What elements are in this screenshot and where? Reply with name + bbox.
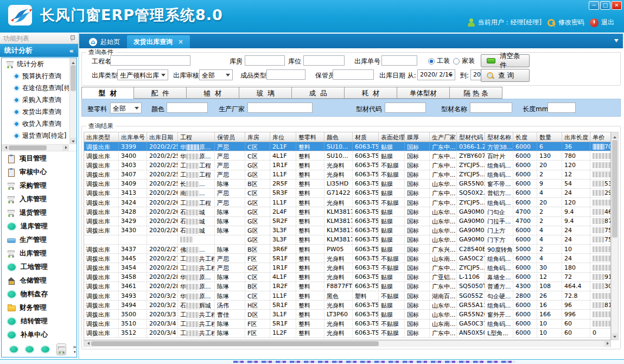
profile-name-input[interactable] (470, 103, 512, 113)
column-header[interactable]: 保管员 (215, 132, 245, 142)
table-vertical-scrollbar[interactable] (611, 132, 619, 340)
material-tab[interactable]: 配 件 (134, 87, 187, 99)
change-password-button[interactable]: 修改密码 (547, 18, 584, 27)
column-header[interactable]: 工程 (178, 132, 215, 142)
table-horizontal-scrollbar[interactable] (84, 340, 611, 347)
tab-close-icon[interactable]: × (178, 38, 183, 46)
table-row[interactable]: 调拨出库35122020/3/4工共工程陈琳F区1L2F整料光身料6063-T5… (84, 329, 610, 338)
minimize-button[interactable]: ─ (589, 1, 599, 10)
color-input[interactable] (167, 103, 208, 113)
tree-item[interactable]: 预算执行查询 (2, 70, 69, 82)
overflow-chevron[interactable]: » ▾ (73, 345, 77, 354)
column-header[interactable]: 出库类型 (84, 132, 119, 142)
sidebar-group-dot[interactable]: 退库管理 (2, 220, 77, 233)
maximize-button[interactable]: □ (600, 1, 610, 10)
column-header[interactable]: 颜色 (324, 132, 353, 142)
clear-conditions-button[interactable]: 清空条件 (481, 54, 530, 67)
collapse-icon[interactable]: « (69, 47, 74, 55)
group-dot-icon[interactable] (26, 346, 34, 353)
column-header[interactable]: 表面处理 (379, 132, 405, 142)
column-header[interactable]: 单价 (590, 132, 611, 142)
column-header[interactable]: 出库单号 (119, 132, 147, 142)
tree-root-statistics[interactable]: 统计分析 (2, 58, 69, 70)
table-row[interactable]: 调拨出库34032020/2/25工工程严思G区1R1F整料光身料6063-T5… (84, 161, 610, 170)
outbound-type-select[interactable]: 生产领料出库 (117, 69, 168, 80)
sidebar-group-cart[interactable]: 入库管理 (2, 193, 77, 206)
tab-home[interactable]: ⌂ 起始页 (82, 35, 126, 48)
tree-item[interactable]: 收货入库查询 (2, 118, 69, 130)
column-header[interactable]: 膜厚 (405, 132, 430, 142)
column-header[interactable]: 型材代码 (457, 132, 485, 142)
table-row[interactable]: 调拨出库34302020/2/26石城陈琳G区3L3F整料KLM38176063… (84, 226, 610, 235)
table-row[interactable]: 调拨出库34292020/2/26石城陈琳G区5R2F整料KLM38176063… (84, 217, 610, 226)
column-header[interactable]: 数量 (537, 132, 562, 142)
column-header[interactable]: 库房 (245, 132, 270, 142)
table-row[interactable]: 调拨出库34582020/2/28华原...陈琳C区4L1F整料光身料6063-… (84, 273, 610, 282)
group-dot-icon[interactable] (41, 346, 49, 353)
sidebar-group-dot[interactable]: 工地管理 (2, 260, 77, 274)
sidebar-group-cart[interactable]: 出库管理 (2, 247, 77, 260)
column-header[interactable]: 整零料 (296, 132, 324, 142)
sidebar-group-cart[interactable]: 退货管理 (2, 206, 77, 220)
sidebar-group-clipboard[interactable]: 项目管理 (2, 152, 77, 165)
pin-icon[interactable] (70, 35, 74, 41)
keeper-input[interactable] (333, 69, 374, 80)
table-row[interactable]: 调拨出库34932020/3/2华原...陈琳C区1L1F整料黑色塑料不贴膜国标… (84, 291, 610, 301)
table-row[interactable]: 调拨出库34092020/2/25长...陈琳B区2R5F整料LI35HD606… (84, 180, 610, 189)
radio-home[interactable]: 家装 (453, 56, 475, 66)
table-row[interactable]: 调拨出库34612020/2/28华原...陈琳B区1R2F整料F8877FT6… (84, 282, 610, 291)
sidebar-group-header[interactable]: 统计分析 « (0, 44, 78, 57)
sidebar-group-house[interactable]: 仓储管理 (2, 274, 77, 288)
tab-list-caret-icon[interactable] (614, 39, 619, 44)
material-tab[interactable]: 玻 璃 (239, 87, 292, 99)
tree-horizontal-scrollbar[interactable] (2, 144, 69, 151)
tree-vertical-scrollbar[interactable] (69, 58, 77, 144)
order-no-input[interactable] (381, 55, 417, 66)
sidebar-group-dot[interactable]: 物料盘存 (2, 288, 77, 301)
table-row[interactable]: 调拨出库34372020/2/27佛...陈琳B区3R6F整料PW056063-… (84, 245, 610, 254)
radio-industrial[interactable]: 工装 (428, 56, 450, 66)
project-name-input[interactable] (110, 55, 190, 66)
group-dot-icon[interactable] (10, 346, 18, 353)
sidebar-group-dot[interactable]: 补单中心 (2, 328, 77, 342)
profile-code-input[interactable] (385, 103, 426, 113)
material-tab[interactable]: 耗 材 (345, 87, 397, 99)
whole-piece-select[interactable]: 全部 (110, 103, 142, 113)
material-tab[interactable]: 隔 热 条 (450, 87, 502, 99)
tree-item[interactable]: 发货出库查询 (2, 106, 69, 118)
sidebar-group-machine[interactable]: 生产管理 (2, 233, 77, 247)
product-type-input[interactable] (266, 69, 305, 80)
length-input[interactable] (547, 103, 576, 113)
material-tab[interactable]: 型 材 (81, 87, 134, 99)
table-row[interactable]: 调拨出库34282020/2/26石城陈琳G区2L4F整料KLM38176063… (84, 207, 610, 216)
table-row[interactable]: 调拨出库34002020/2/25华原...严思C区4L1F整料SU10...6… (84, 151, 610, 161)
column-header[interactable]: 库位 (270, 132, 296, 142)
material-tab[interactable]: 单体型材 (397, 87, 450, 99)
table-row[interactable]: 调拨出库35002020/3/3工共工程曹佳D区3L1F整料LT3P606063… (84, 310, 610, 319)
column-header[interactable]: 出库长度 (562, 132, 590, 142)
column-header[interactable]: 生产厂家 (430, 132, 457, 142)
table-row[interactable]: 调拨出库34942020/3/2石辉城汤伟H区5R1F整料光身料6063-T5贴… (84, 301, 610, 310)
sidebar-group-clipboard[interactable]: 审核中心 (2, 165, 77, 179)
table-row[interactable]: 调拨出库34542020/2/28工共工程严思G区1R1F整料光身料6063-T… (84, 263, 610, 272)
audit-select[interactable]: 全部 (199, 69, 233, 80)
table-row[interactable]: 调拨出库35102020/3/4工共工程陈琳F区5R1F整料光身料6063-T5… (84, 320, 610, 329)
group-cart-button[interactable] (56, 343, 66, 355)
close-button[interactable]: ✕ (612, 1, 622, 10)
material-tab[interactable]: 成 品 (292, 87, 345, 99)
search-button[interactable]: 查 询 (481, 69, 530, 82)
date-from-picker[interactable]: 2020/ 2/16 (417, 69, 455, 80)
location-input[interactable] (303, 55, 345, 66)
table-row[interactable]: 调拨出库34072020/2/25工工程严思G区1L1F整料光身料6063-T5… (84, 170, 610, 180)
tree-item[interactable]: 在途信息查询[待定] (2, 82, 69, 94)
column-header[interactable]: 型材名称 (485, 132, 513, 142)
logout-button[interactable]: 退出 (590, 18, 614, 27)
tree-item[interactable]: 退货查询[待定] (2, 130, 69, 142)
column-header[interactable]: 出库日期 (147, 132, 178, 142)
sidebar-group-cart[interactable]: 采购管理 (2, 179, 77, 193)
warehouse-input[interactable] (245, 55, 285, 66)
column-header[interactable]: 材质 (353, 132, 379, 142)
material-tab[interactable]: 辅 材 (187, 87, 239, 99)
table-row[interactable]: 调拨出库34132020/2/26南...严思C区5R3F整料G71422606… (84, 189, 610, 198)
column-header[interactable]: 长度 (513, 132, 537, 142)
